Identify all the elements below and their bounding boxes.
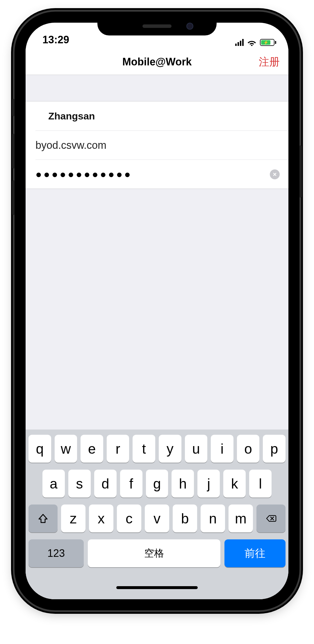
key-n[interactable]: n — [201, 505, 225, 532]
key-j[interactable]: j — [197, 470, 220, 498]
key-r[interactable]: r — [107, 435, 129, 463]
key-t[interactable]: t — [133, 435, 155, 463]
cellular-signal-icon — [235, 39, 244, 46]
key-s[interactable]: s — [68, 470, 91, 498]
key-u[interactable]: u — [185, 435, 208, 463]
username-value: Zhangsan — [35, 110, 95, 122]
battery-charging-icon: ⚡ — [260, 39, 276, 46]
phone-side-button — [299, 145, 302, 198]
status-time: 13:29 — [42, 34, 69, 46]
username-field[interactable]: Zhangsan — [26, 101, 288, 130]
numbers-key[interactable]: 123 — [28, 539, 84, 567]
backspace-icon — [265, 513, 277, 524]
key-v[interactable]: v — [145, 505, 169, 532]
key-m[interactable]: m — [229, 505, 253, 532]
navigation-bar: Mobile@Work 注册 — [26, 49, 288, 75]
page-title: Mobile@Work — [122, 56, 192, 68]
key-w[interactable]: w — [55, 435, 77, 463]
key-g[interactable]: g — [146, 470, 168, 498]
keyboard-row-4: 123 空格 前往 — [28, 539, 286, 567]
key-p[interactable]: p — [263, 435, 286, 463]
clear-icon[interactable] — [270, 169, 280, 179]
key-o[interactable]: o — [237, 435, 260, 463]
shift-icon — [37, 513, 49, 524]
key-b[interactable]: b — [173, 505, 197, 532]
keyboard-row-3: z x c v b n m — [28, 505, 286, 532]
shift-key[interactable] — [28, 505, 58, 532]
key-q[interactable]: q — [28, 435, 51, 463]
key-f[interactable]: f — [120, 470, 142, 498]
phone-side-button — [12, 134, 15, 169]
register-button[interactable]: 注册 — [259, 55, 280, 69]
go-key[interactable]: 前往 — [224, 539, 286, 567]
key-x[interactable]: x — [89, 505, 113, 532]
login-form: Zhangsan byod.csvw.com ●●●●●●●●●●●● — [26, 101, 288, 189]
key-e[interactable]: e — [81, 435, 103, 463]
key-y[interactable]: y — [159, 435, 181, 463]
space-key[interactable]: 空格 — [88, 539, 220, 567]
phone-side-button — [12, 99, 15, 116]
key-a[interactable]: a — [42, 470, 65, 498]
key-z[interactable]: z — [61, 505, 85, 532]
keyboard-row-2: a s d f g h j k l — [28, 470, 286, 498]
phone-notch — [97, 17, 217, 35]
phone-side-button — [12, 180, 15, 215]
keyboard-row-1: q w e r t y u i o p — [28, 435, 286, 463]
key-d[interactable]: d — [94, 470, 117, 498]
server-field[interactable]: byod.csvw.com — [35, 130, 288, 160]
content-area: Zhangsan byod.csvw.com ●●●●●●●●●●●● — [26, 75, 288, 599]
password-value: ●●●●●●●●●●●● — [35, 168, 132, 180]
key-h[interactable]: h — [172, 470, 194, 498]
wifi-icon — [247, 39, 256, 46]
key-c[interactable]: c — [117, 505, 141, 532]
password-field[interactable]: ●●●●●●●●●●●● — [35, 160, 288, 189]
key-k[interactable]: k — [223, 470, 246, 498]
phone-frame: 13:29 ⚡ — [15, 12, 299, 610]
key-l[interactable]: l — [249, 470, 272, 498]
server-value: byod.csvw.com — [35, 139, 106, 151]
key-i[interactable]: i — [211, 435, 233, 463]
backspace-key[interactable] — [256, 505, 286, 532]
home-indicator[interactable] — [26, 576, 288, 599]
keyboard: q w e r t y u i o p a — [26, 430, 288, 576]
